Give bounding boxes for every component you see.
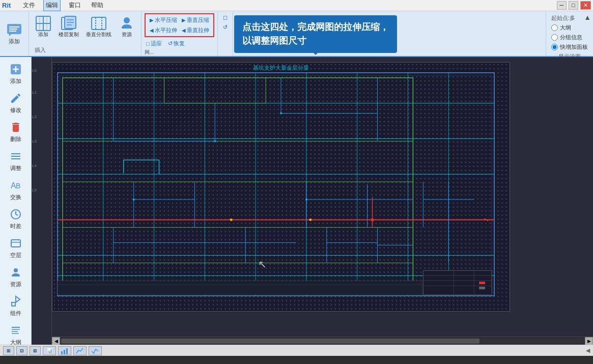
sidebar-item-resource[interactable]: 资源 xyxy=(0,262,31,291)
cad-drawing[interactable]: 基坑支护大量金层分量 xyxy=(52,62,510,312)
status-btn-2[interactable]: ⊟ xyxy=(16,346,27,355)
floor-copy-icon xyxy=(61,15,77,32)
close-window-btn[interactable]: ✕ xyxy=(580,1,591,10)
ribbon-extra-section: ◻ ↺ xyxy=(218,11,233,56)
svg-marker-32 xyxy=(16,296,20,302)
left-ruler: L0 L1 L2 L3 L4 L5 xyxy=(32,57,52,345)
vertical-split-icon xyxy=(91,15,107,32)
ribbon-section-annotation: 添加 xyxy=(0,11,29,56)
radio-fast-add[interactable]: 快增加面板 xyxy=(551,43,588,51)
restore-window-btn[interactable]: □ xyxy=(569,1,578,10)
sidebar-delete-label: 删除 xyxy=(10,135,21,143)
sidebar-item-exchange[interactable]: AB 交换 xyxy=(0,175,31,204)
annotation-label: 添加 xyxy=(9,38,20,45)
extra-btn-1[interactable]: ◻ xyxy=(221,13,230,22)
scroll-right-btn[interactable]: ▶ xyxy=(585,337,593,345)
svg-point-95 xyxy=(214,140,216,142)
status-btn-6[interactable] xyxy=(73,346,87,355)
vertical-compress-btn[interactable]: ▶ 垂直压缩 xyxy=(180,15,211,25)
sidebar-edit-label: 修改 xyxy=(10,106,21,114)
status-btn-4[interactable]: 📊 xyxy=(43,346,56,355)
resource-label: 资源 xyxy=(122,32,132,38)
restore-label: 恢复 xyxy=(174,40,185,47)
sidebar-item-outline[interactable]: 大纲 xyxy=(0,320,31,345)
status-btn-3[interactable]: ⊞ xyxy=(30,346,41,355)
scroll-left-btn[interactable]: ◀ xyxy=(52,337,60,345)
vertical-split-label: 垂直分割线 xyxy=(86,32,111,38)
svg-point-98 xyxy=(133,199,135,201)
status-btn-5[interactable] xyxy=(58,346,71,355)
cad-svg xyxy=(52,63,510,311)
adapt-button[interactable]: □适应 xyxy=(145,39,163,48)
scrollbar-track[interactable] xyxy=(61,339,584,344)
minimize-btn[interactable]: ─ xyxy=(557,1,567,10)
ribbon-section-grid: 添加 楼层复制 xyxy=(29,11,142,56)
restore-button[interactable]: ↺恢复 xyxy=(166,39,186,48)
sidebar-exchange-label: 交换 xyxy=(10,193,21,201)
extra-btn-2[interactable]: ↺ xyxy=(221,23,230,32)
main-area: 添加 修改 删除 调整 AB 交换 xyxy=(0,57,593,345)
sidebar-item-component[interactable]: 组件 xyxy=(0,291,31,320)
cad-title-text: 基坑支护大量金层分量 xyxy=(253,64,309,72)
tooltip-popup: 点击这四处，完成网图的拉伸压缩，以调整网图尺寸 xyxy=(234,15,397,53)
canvas-area[interactable]: L0 L1 L2 L3 L4 L5 基坑支护大量金层分量 xyxy=(32,57,593,345)
horizontal-compress-btn[interactable]: ▶ 水平压缩 xyxy=(148,15,179,25)
svg-rect-115 xyxy=(64,350,65,354)
radio-group-info-input[interactable] xyxy=(551,34,558,41)
grid-action-buttons: ▶ 水平压缩 ▶ 垂直压缩 ◀ 水平拉伸 ◀ 垂直拉伸 xyxy=(145,13,214,37)
svg-marker-1 xyxy=(9,34,11,36)
sidebar-item-edit[interactable]: 修改 xyxy=(0,88,31,117)
menu-window[interactable]: 窗口 xyxy=(67,0,83,11)
status-btn-7[interactable] xyxy=(89,346,102,355)
status-btn-1[interactable]: ⊞ xyxy=(3,346,14,355)
svg-rect-110 xyxy=(479,282,485,284)
sidebar-item-emptylayer[interactable]: 空层 xyxy=(0,233,31,262)
resource2-icon xyxy=(9,265,23,279)
floor-copy-button[interactable]: 楼层复制 xyxy=(57,14,81,39)
sidebar-item-adjust[interactable]: 调整 xyxy=(0,146,31,175)
vertical-split-button[interactable]: 垂直分割线 xyxy=(84,14,114,39)
ribbon-grid-section: ▶ 水平压缩 ▶ 垂直压缩 ◀ 水平拉伸 ◀ 垂直拉伸 □适应 ↺恢复 xyxy=(142,11,218,56)
svg-rect-31 xyxy=(12,302,15,306)
v-stretch-label: 垂直拉伸 xyxy=(187,26,209,34)
v-compress-label: 垂直压缩 xyxy=(187,16,209,24)
vertical-stretch-btn[interactable]: ◀ 垂直拉伸 xyxy=(180,25,211,35)
radio-outline-label: 大纲 xyxy=(560,24,571,32)
svg-text:B: B xyxy=(16,182,20,190)
component-icon xyxy=(9,294,23,309)
sidebar-item-delete[interactable]: 删除 xyxy=(0,117,31,146)
resource-button[interactable]: 资源 xyxy=(117,14,137,39)
sidebar-timedelta-label: 时差 xyxy=(10,222,21,230)
grid-partition-button[interactable]: 添加 xyxy=(33,14,53,39)
emptylayer-icon xyxy=(9,236,23,250)
svg-rect-111 xyxy=(479,287,485,289)
menu-file[interactable]: 文件 xyxy=(21,0,37,11)
radio-fast-add-input[interactable] xyxy=(551,44,558,50)
menu-edit[interactable]: 编辑 xyxy=(43,0,61,11)
h-compress-arrow: ▶ xyxy=(150,17,154,23)
h-stretch-arrow: ◀ xyxy=(150,27,154,33)
outline-icon xyxy=(9,323,23,338)
ribbon-collapse-btn[interactable]: ▲ xyxy=(584,13,591,21)
radio-outline-input[interactable] xyxy=(551,24,558,31)
svg-rect-108 xyxy=(58,281,422,295)
radio-group-info[interactable]: 分组信息 xyxy=(551,34,588,41)
annotation-button[interactable]: 添加 xyxy=(4,21,24,46)
add-icon xyxy=(9,62,23,76)
status-info: ◀ xyxy=(586,347,590,354)
menu-bar: Rit 文件 编辑 窗口 帮助 ─ □ ✕ xyxy=(0,0,593,11)
sidebar-item-timedelta[interactable]: 时差 xyxy=(0,204,31,233)
annotation-icon xyxy=(6,22,22,38)
svg-point-97 xyxy=(305,199,307,201)
sidebar-outline-label: 大纲 xyxy=(10,339,21,345)
sidebar-item-add[interactable]: 添加 xyxy=(0,59,31,88)
svg-rect-28 xyxy=(11,240,20,247)
horizontal-stretch-btn[interactable]: ◀ 水平拉伸 xyxy=(148,25,179,35)
horizontal-scrollbar[interactable]: ◀ ▶ xyxy=(52,337,593,345)
grid-point-label: 起始点:多 xyxy=(551,14,588,22)
h-compress-label: 水平压缩 xyxy=(155,16,177,24)
radio-outline[interactable]: 大纲 xyxy=(551,24,588,32)
menu-help[interactable]: 帮助 xyxy=(89,0,105,11)
timedelta-icon xyxy=(9,207,23,221)
net-section-label: 网... xyxy=(145,49,214,56)
